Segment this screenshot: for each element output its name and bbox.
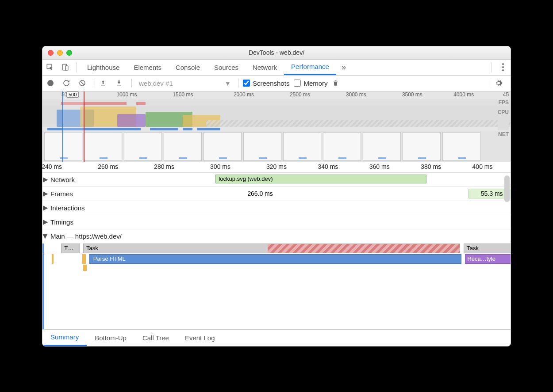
ruler-tick: 340 ms	[318, 163, 338, 170]
panel-tabs: Lighthouse Elements Console Sources Netw…	[42, 60, 511, 76]
overview-timeline[interactable]: 5001000 ms1500 ms2000 ms2500 ms3000 ms35…	[42, 91, 511, 162]
record-button[interactable]	[47, 80, 58, 87]
track-main[interactable]: ▶ Main — https://web.dev/	[42, 229, 511, 244]
detail-tab-bottomup[interactable]: Bottom-Up	[87, 330, 134, 346]
track-frames[interactable]: ▶ Frames 266.0 ms 55.3 ms	[42, 187, 511, 201]
svg-point-6	[47, 80, 54, 86]
filmstrip-thumb[interactable]	[403, 132, 441, 161]
tab-network[interactable]: Network	[246, 60, 284, 75]
expand-icon[interactable]: ▶	[42, 175, 49, 183]
zoom-window-button[interactable]	[66, 50, 72, 56]
load-profile-icon[interactable]	[100, 80, 111, 87]
main-thread-flame[interactable]: T… Task Task Parse HTML Reca…tyle	[42, 244, 511, 329]
collapse-icon[interactable]: ▶	[42, 233, 50, 240]
expand-icon[interactable]: ▶	[42, 204, 49, 212]
performance-toolbar: web.dev #1 ▼ Screenshots Memory	[42, 76, 511, 91]
filmstrip-thumb[interactable]	[442, 132, 480, 161]
ruler-tick: 320 ms	[266, 163, 287, 170]
task-bar[interactable]: Task	[83, 244, 460, 253]
devtools-window: DevTools - web.dev/ Lighthouse Elements …	[42, 46, 511, 346]
filmstrip-thumb[interactable]	[84, 132, 122, 161]
filmstrip-thumb[interactable]	[243, 132, 281, 161]
flame-chart[interactable]: 240 ms260 ms280 ms300 ms320 ms340 ms360 …	[42, 162, 511, 329]
overview-tick: 3000 ms	[346, 91, 366, 98]
clear-button[interactable]	[79, 80, 90, 87]
svg-point-4	[502, 66, 504, 68]
overview-ticks: 5001000 ms1500 ms2000 ms2500 ms3000 ms35…	[42, 91, 511, 99]
overview-filmstrip	[42, 131, 511, 162]
net-label: NET	[498, 131, 509, 136]
task-bar[interactable]: T…	[61, 244, 80, 253]
cpu-label: CPU	[498, 109, 509, 130]
flame-ruler: 240 ms260 ms280 ms300 ms320 ms340 ms360 …	[42, 162, 511, 173]
ruler-tick: 300 ms	[210, 163, 230, 170]
script-bar[interactable]	[52, 254, 54, 264]
overview-selection[interactable]	[62, 91, 84, 162]
screenshots-checkbox[interactable]: Screenshots	[243, 80, 289, 87]
minimize-window-button[interactable]	[57, 50, 63, 56]
devtools-menu-icon[interactable]	[495, 60, 511, 75]
filmstrip-thumb[interactable]	[164, 132, 202, 161]
selection-handle-label[interactable]: 500	[66, 91, 79, 98]
dropdown-icon: ▼	[224, 80, 231, 87]
titlebar: DevTools - web.dev/	[42, 46, 511, 60]
overview-cpu	[42, 106, 511, 127]
filmstrip-thumb[interactable]	[323, 132, 361, 161]
scrollbar-thumb[interactable]	[504, 175, 510, 202]
parse-html-bar[interactable]: Parse HTML	[89, 254, 461, 264]
filmstrip-thumb[interactable]	[283, 132, 321, 161]
tab-elements[interactable]: Elements	[127, 60, 169, 75]
script-bar[interactable]	[82, 254, 86, 264]
detail-tabs: Summary Bottom-Up Call Tree Event Log	[42, 329, 511, 346]
svg-rect-8	[101, 85, 105, 85]
track-interactions[interactable]: ▶ Interactions	[42, 201, 511, 215]
window-title: DevTools - web.dev/	[42, 49, 511, 56]
save-profile-icon[interactable]	[115, 80, 127, 87]
svg-rect-11	[334, 80, 336, 80]
expand-icon[interactable]: ▶	[42, 190, 49, 198]
svg-point-3	[502, 63, 504, 65]
ruler-tick: 400 ms	[472, 163, 493, 170]
ruler-tick: 280 ms	[154, 163, 174, 170]
svg-rect-2	[65, 66, 68, 70]
task-bar[interactable]: Task	[464, 244, 511, 253]
detail-tab-eventlog[interactable]: Event Log	[177, 330, 223, 346]
frame-entry[interactable]: 266.0 ms	[52, 189, 469, 198]
overview-tick: 1500 ms	[173, 91, 193, 98]
ruler-tick: 240 ms	[42, 163, 62, 170]
traffic-lights	[48, 50, 72, 56]
script-bar[interactable]	[83, 265, 87, 271]
tab-performance[interactable]: Performance	[284, 60, 336, 75]
reload-record-button[interactable]	[63, 80, 74, 87]
memory-check-input[interactable]	[294, 80, 301, 87]
fps-label: FPS	[499, 99, 509, 106]
tab-lighthouse[interactable]: Lighthouse	[80, 60, 127, 75]
filmstrip-thumb[interactable]	[363, 132, 401, 161]
overview-net	[42, 127, 511, 131]
memory-checkbox[interactable]: Memory	[294, 80, 327, 87]
close-window-button[interactable]	[48, 50, 54, 56]
network-entry[interactable]: lockup.svg (web.dev)	[215, 175, 426, 183]
detail-tab-calltree[interactable]: Call Tree	[134, 330, 177, 346]
overview-tick: 2000 ms	[234, 91, 254, 98]
ruler-tick: 260 ms	[98, 163, 118, 170]
capture-settings-icon[interactable]	[495, 79, 506, 87]
screenshots-check-input[interactable]	[243, 80, 250, 87]
delete-profile-icon[interactable]	[332, 80, 344, 87]
device-toolbar-icon[interactable]	[58, 60, 73, 75]
track-network[interactable]: ▶ Network lockup.svg (web.dev)	[42, 173, 511, 187]
recording-selector[interactable]: web.dev #1 ▼	[136, 80, 234, 87]
filmstrip-thumb[interactable]	[204, 132, 242, 161]
recalculate-style-bar[interactable]: Reca…tyle	[465, 254, 511, 264]
tab-console[interactable]: Console	[169, 60, 207, 75]
filmstrip-thumb[interactable]	[124, 132, 162, 161]
track-timings[interactable]: ▶ Timings	[42, 215, 511, 229]
tab-sources[interactable]: Sources	[207, 60, 246, 75]
svg-point-5	[502, 69, 504, 71]
inspect-element-icon[interactable]	[42, 60, 58, 75]
expand-icon[interactable]: ▶	[42, 218, 49, 226]
detail-tab-summary[interactable]: Summary	[42, 330, 87, 346]
overview-fps	[42, 99, 511, 106]
more-tabs-icon[interactable]: »	[336, 60, 351, 75]
long-task-warning-icon	[455, 244, 460, 249]
